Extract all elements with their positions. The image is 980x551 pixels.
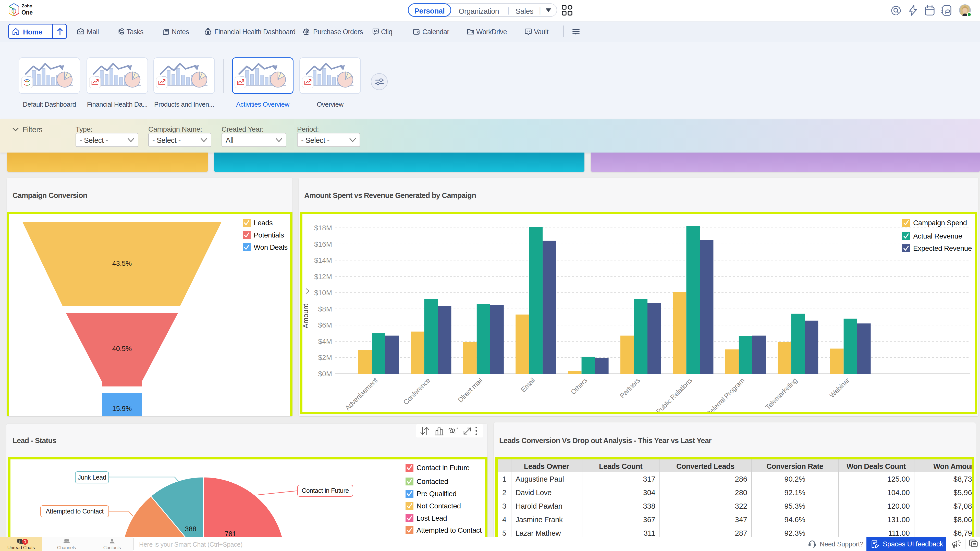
svg-text:$6M: $6M	[318, 321, 332, 329]
svg-text:Others: Others	[570, 376, 589, 396]
svg-text:388: 388	[185, 525, 196, 533]
svg-text:$10M: $10M	[314, 289, 332, 297]
svg-text:Email: Email	[519, 376, 536, 394]
svg-text:40.5%: 40.5%	[112, 345, 132, 353]
svg-text:$4M: $4M	[318, 338, 332, 345]
svg-text:Amount: Amount	[302, 304, 310, 329]
svg-text:Direct mail: Direct mail	[457, 376, 484, 404]
svg-text:Partners: Partners	[618, 376, 641, 400]
svg-text:43.5%: 43.5%	[112, 260, 132, 267]
svg-text:15.9%: 15.9%	[112, 405, 132, 413]
svg-text:Telemarketing: Telemarketing	[764, 376, 799, 411]
svg-text:$12M: $12M	[314, 273, 332, 281]
svg-text:Webinar: Webinar	[828, 376, 851, 400]
svg-text:$0M: $0M	[318, 370, 332, 378]
svg-text:$16M: $16M	[314, 240, 332, 248]
svg-text:$8M: $8M	[318, 305, 332, 313]
svg-text:Advertisement: Advertisement	[344, 376, 379, 412]
svg-text:Referral Program: Referral Program	[705, 376, 746, 412]
svg-text:$18M: $18M	[314, 224, 332, 232]
svg-text:Conference: Conference	[402, 376, 431, 406]
svg-text:$14M: $14M	[314, 256, 332, 264]
svg-text:Public Relations: Public Relations	[655, 376, 694, 412]
svg-text:$2M: $2M	[318, 354, 332, 362]
